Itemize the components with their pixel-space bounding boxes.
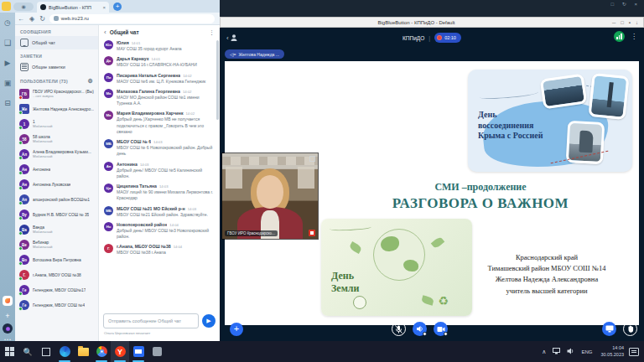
- address-field[interactable]: web.iro23.ru: [49, 14, 215, 23]
- chat-input[interactable]: Отправить сообщение Общий чат: [103, 313, 199, 328]
- raise-hand-button[interactable]: [623, 322, 637, 336]
- recording-indicator[interactable]: 02:10: [434, 33, 461, 43]
- new-tab-button[interactable]: +: [113, 3, 122, 11]
- divider: |: [428, 35, 430, 41]
- user-list-item[interactable]: Ва Ванда Мобильный: [15, 222, 98, 237]
- alice-icon[interactable]: [3, 323, 13, 334]
- audio-button[interactable]: [413, 322, 427, 336]
- user-list-item[interactable]: ГБ ГБОУ ИРО Краснодарског... (Вы) ...нет…: [15, 86, 98, 101]
- yandex-browser-icon[interactable]: Y: [111, 341, 129, 362]
- user-name: Будник Н.В. МБОУ СОШ № 35: [33, 213, 89, 217]
- user-list-item[interactable]: 58 58 школа Мобильный: [15, 132, 98, 147]
- user-list-item[interactable]: Ан Антонина Луковская: [15, 177, 98, 192]
- mail-app-icon[interactable]: [129, 341, 148, 362]
- window-controls-back[interactable]: □ ↻ ×: [611, 1, 641, 7]
- connection-status-icon[interactable]: [614, 31, 625, 42]
- taskbar-clock[interactable]: 14:04 30.05.2023: [600, 345, 624, 357]
- network-icon[interactable]: [553, 348, 560, 355]
- file-explorer-icon[interactable]: [74, 341, 92, 362]
- message-sender: Малахова Галина Георгиевна: [117, 89, 180, 94]
- start-button[interactable]: [0, 341, 18, 362]
- user-list-item[interactable]: Же Желтова Надежда Александро...: [15, 101, 98, 116]
- chevron-left-icon[interactable]: ‹: [104, 28, 106, 36]
- notification-center-icon[interactable]: [629, 348, 639, 356]
- message-text: МБОУ ООШ №38 г.Анапа: [117, 250, 214, 256]
- zen-icon[interactable]: [3, 296, 13, 306]
- task-view-icon[interactable]: [37, 341, 55, 362]
- gear-icon[interactable]: ⚙: [87, 78, 93, 85]
- user-status-badge: [18, 96, 23, 100]
- bbb-window-titlebar[interactable]: BigBlueButton - КППиДО - Default ─ □ ▪ ↓: [220, 17, 644, 28]
- maximize-icon[interactable]: □: [621, 20, 624, 25]
- user-list-item[interactable]: Г. г.Анапа, МБОУ ООШ №38: [15, 267, 98, 282]
- user-list-item[interactable]: Ап апшеронский район ВСОШ№1: [15, 192, 98, 207]
- play-icon[interactable]: ▶: [3, 58, 13, 68]
- user-status-badge: [18, 307, 23, 311]
- user-list-item[interactable]: Ве Вебинар Мобильный: [15, 237, 98, 252]
- user-list-item[interactable]: Во Вотошина Вера Петровна: [15, 252, 98, 267]
- audio-dropdown-badge[interactable]: [423, 332, 427, 336]
- windows-icon[interactable]: ▣: [3, 78, 13, 88]
- webcam-button[interactable]: [434, 322, 448, 336]
- crimea-card: День воссоединения Крыма с Россией: [468, 70, 632, 172]
- user-list-item[interactable]: Бу Будник Н.В. МБОУ СОШ № 35: [15, 207, 98, 222]
- webcam-window-left: [226, 167, 242, 189]
- actions-plus-button[interactable]: +: [230, 323, 243, 336]
- message-text: МБОУ СОШ № 6 Новопокровский район. Добры…: [117, 145, 214, 158]
- messages-header: СООБЩЕНИЯ: [15, 25, 98, 36]
- user-device: ...нет завуча: [33, 94, 94, 98]
- edge-icon[interactable]: [55, 341, 74, 362]
- chat-options-icon[interactable]: ⋮: [209, 29, 215, 36]
- chat-message-list[interactable]: Юл Юлия 14:01 МАУ СОШ 35 город-курорт Ан…: [99, 39, 216, 289]
- handwriting-decor2: [330, 225, 371, 232]
- options-menu-icon[interactable]: ⋮: [631, 33, 637, 40]
- search-icon[interactable]: 🔍: [18, 341, 37, 362]
- user-list-item[interactable]: 1 1 Мобильный: [15, 116, 98, 132]
- history-icon[interactable]: ◷: [3, 18, 13, 28]
- webcam-video[interactable]: ГБОУ ИРО Краснодарско...: [222, 153, 318, 239]
- tray-expand-icon[interactable]: ∧: [542, 349, 546, 355]
- expand-icon[interactable]: [309, 156, 315, 162]
- tab-audio-widget[interactable]: ◉: [13, 3, 34, 11]
- user-list-item[interactable]: Ал Алена Владимировна Кузьми... Мобильны…: [15, 147, 98, 162]
- messenger-icon[interactable]: ❑: [3, 38, 13, 48]
- message-time: 14:01: [132, 41, 140, 45]
- leaf-icon: [349, 241, 363, 254]
- active-talker-pill[interactable]: ◁= Желтова Надежда ...: [225, 49, 284, 59]
- collections-icon[interactable]: ⊟: [3, 98, 13, 108]
- sidebar-item-public-chat[interactable]: Общий чат: [15, 36, 98, 49]
- tab-close-icon[interactable]: ×: [102, 5, 106, 10]
- pin-icon[interactable]: ▪: [629, 20, 631, 25]
- user-device: Мобильный: [33, 154, 91, 158]
- user-name: Антонина: [33, 168, 50, 172]
- message-sender: Писарева Наталья Сергеевна: [117, 73, 180, 78]
- message-time: 14:03: [153, 140, 162, 144]
- download-icon[interactable]: ↓: [636, 20, 638, 25]
- chrome-icon[interactable]: [92, 341, 111, 362]
- user-list-item[interactable]: Ге Геленджик, МБОУ СОШ №4: [15, 297, 98, 313]
- browser-profile-avatar[interactable]: [2, 2, 11, 11]
- user-list-item[interactable]: Ан Антонина: [15, 162, 98, 177]
- refresh-icon[interactable]: ↻: [39, 15, 45, 23]
- tab-title: BigBlueButton - КПП: [49, 5, 101, 10]
- volume-icon[interactable]: [567, 348, 574, 355]
- app-icon[interactable]: [148, 341, 166, 362]
- add-icon[interactable]: +: [3, 311, 13, 321]
- browser-tab[interactable]: BigBlueButton - КПП ×: [37, 2, 109, 13]
- user-avatar: ГБ: [19, 89, 29, 99]
- screenshare-button[interactable]: [602, 322, 616, 336]
- language-indicator[interactable]: ENG: [581, 349, 592, 354]
- minimize-icon[interactable]: ─: [612, 20, 615, 25]
- shield-icon[interactable]: ◈: [29, 15, 34, 23]
- mute-button[interactable]: [392, 322, 406, 336]
- monument-photo: [588, 73, 629, 120]
- back-icon[interactable]: ←: [18, 15, 24, 23]
- webcam-dropdown-badge[interactable]: [444, 332, 448, 336]
- chat-scrollbar[interactable]: [216, 40, 219, 120]
- send-button[interactable]: ▶: [202, 314, 216, 328]
- shared-notes-label: Общие заметки: [32, 65, 65, 70]
- sidebar-item-shared-notes[interactable]: Общие заметки: [15, 60, 98, 74]
- user-list-item[interactable]: Ге Геленджик, МБОУ СОШ№17: [15, 282, 98, 297]
- typing-indicator: Ольга Чернявская печатает: [104, 331, 150, 335]
- user-avatar: Ал: [19, 149, 29, 159]
